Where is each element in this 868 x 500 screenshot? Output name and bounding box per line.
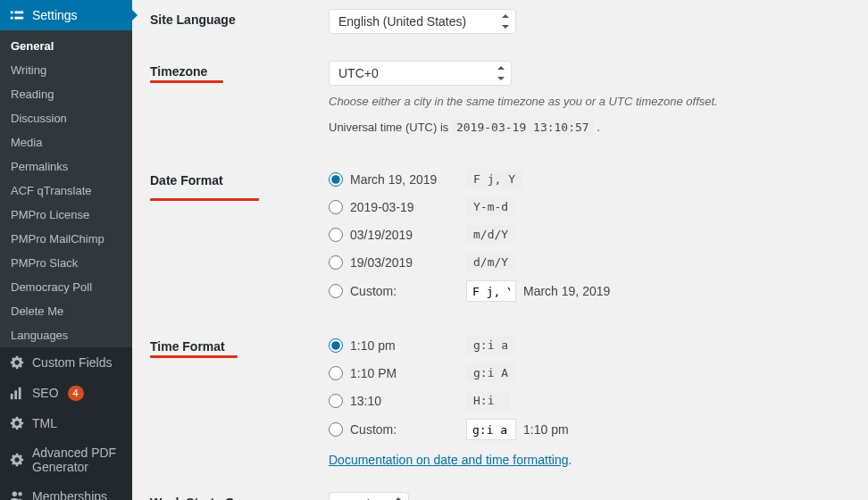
time-format-preview: 13:10 — [350, 394, 466, 408]
sidebar-subitem-pmpro-license[interactable]: PMPro License — [0, 203, 132, 227]
sidebar-subitem-permalinks[interactable]: Permalinks — [0, 154, 132, 179]
sidebar-item-memberships[interactable]: Memberships — [0, 481, 132, 500]
sidebar-subitem-media[interactable]: Media — [0, 130, 132, 154]
time-format-label: Time Format — [150, 339, 225, 354]
gear-icon — [9, 415, 25, 431]
date-format-code: m/d/Y — [466, 225, 515, 244]
sidebar-subitem-pmpro-mailchimp[interactable]: PMPro MailChimp — [0, 227, 132, 251]
users-icon — [9, 488, 25, 500]
date-format-radio-2[interactable] — [329, 228, 343, 242]
sidebar-subitem-acf-qtranslate[interactable]: ACF qTranslate — [0, 179, 132, 203]
sidebar-subitem-general[interactable]: General — [0, 30, 132, 58]
week-starts-select[interactable]: Monday — [329, 492, 409, 500]
date-format-custom-label: Custom: — [350, 284, 466, 298]
timezone-description: Choose either a city in the same timezon… — [329, 95, 850, 108]
svg-rect-2 — [19, 388, 21, 400]
date-format-preview: 03/19/2019 — [350, 228, 466, 242]
sidebar-subitem-writing[interactable]: Writing — [0, 58, 132, 82]
date-format-code: F j, Y — [466, 170, 522, 188]
date-format-radio-0[interactable] — [329, 172, 343, 187]
admin-sidebar: Settings GeneralWritingReadingDiscussion… — [0, 0, 132, 500]
time-format-code: H:i — [466, 391, 511, 410]
sidebar-item-settings[interactable]: Settings — [0, 0, 132, 30]
underline-annotation — [150, 198, 259, 201]
underline-annotation — [150, 80, 223, 83]
date-format-label: Date Format — [150, 173, 223, 188]
time-format-custom-input[interactable] — [466, 419, 516, 440]
time-format-custom-label: Custom: — [350, 422, 466, 437]
date-format-preview: March 19, 2019 — [350, 172, 466, 187]
timezone-select[interactable]: UTC+0 — [329, 61, 512, 86]
sidebar-item-seo[interactable]: SEO4 — [0, 378, 132, 408]
sidebar-subitem-delete-me[interactable]: Delete Me — [0, 299, 132, 323]
date-format-custom-preview: March 19, 2019 — [523, 284, 610, 298]
sidebar-subitem-reading[interactable]: Reading — [0, 82, 132, 106]
time-format-custom-preview: 1:10 pm — [523, 422, 569, 437]
date-format-code: d/m/Y — [466, 253, 515, 271]
svg-point-4 — [18, 492, 22, 496]
site-language-label: Site Language — [150, 9, 329, 27]
settings-icon — [9, 7, 25, 23]
sidebar-subitem-democracy-poll[interactable]: Democracy Poll — [0, 275, 132, 299]
date-format-radio-custom[interactable] — [329, 284, 343, 298]
time-format-preview: 1:10 pm — [350, 338, 466, 353]
week-starts-label: Week Starts On — [150, 492, 329, 500]
datetime-doc-link[interactable]: Documentation on date and time formattin… — [329, 453, 569, 467]
sidebar-subitem-languages[interactable]: Languages — [0, 323, 132, 347]
sidebar-item-custom-fields[interactable]: Custom Fields — [0, 347, 132, 378]
gear-icon — [9, 452, 25, 468]
sidebar-submenu: GeneralWritingReadingDiscussionMediaPerm… — [0, 30, 132, 347]
timezone-label: Timezone — [150, 64, 207, 79]
time-format-radio-0[interactable] — [329, 338, 343, 353]
settings-content: Site Language English (United States) Ti… — [132, 0, 868, 500]
utc-time-value: 2019-03-19 13:10:57 — [452, 119, 594, 136]
utc-time-line: Universal time (UTC) is 2019-03-19 13:10… — [329, 121, 850, 134]
svg-point-3 — [13, 492, 17, 496]
time-format-radio-custom[interactable] — [329, 422, 343, 437]
time-format-radio-2[interactable] — [329, 394, 343, 408]
svg-rect-1 — [14, 390, 17, 399]
update-badge: 4 — [68, 386, 84, 401]
sidebar-item-advanced-pdf-generator[interactable]: Advanced PDF Generator — [0, 438, 132, 481]
time-format-code: g:i A — [466, 363, 515, 382]
time-format-preview: 1:10 PM — [350, 366, 466, 380]
sidebar-subitem-discussion[interactable]: Discussion — [0, 106, 132, 130]
underline-annotation — [150, 355, 238, 358]
svg-rect-0 — [11, 394, 13, 399]
time-format-code: g:i a — [466, 336, 515, 354]
date-format-radio-3[interactable] — [329, 255, 343, 270]
date-format-code: Y-m-d — [466, 197, 515, 216]
sidebar-subitem-pmpro-slack[interactable]: PMPro Slack — [0, 251, 132, 275]
date-format-custom-input[interactable] — [466, 280, 516, 302]
time-format-radio-1[interactable] — [329, 366, 343, 380]
gear-icon — [9, 354, 25, 371]
date-format-preview: 2019-03-19 — [350, 200, 466, 214]
date-format-preview: 19/03/2019 — [350, 255, 466, 270]
site-language-select[interactable]: English (United States) — [329, 9, 516, 34]
sidebar-settings-label: Settings — [32, 8, 78, 22]
date-format-radio-1[interactable] — [329, 200, 343, 214]
seo-icon — [9, 385, 25, 401]
sidebar-item-tml[interactable]: TML — [0, 408, 132, 438]
